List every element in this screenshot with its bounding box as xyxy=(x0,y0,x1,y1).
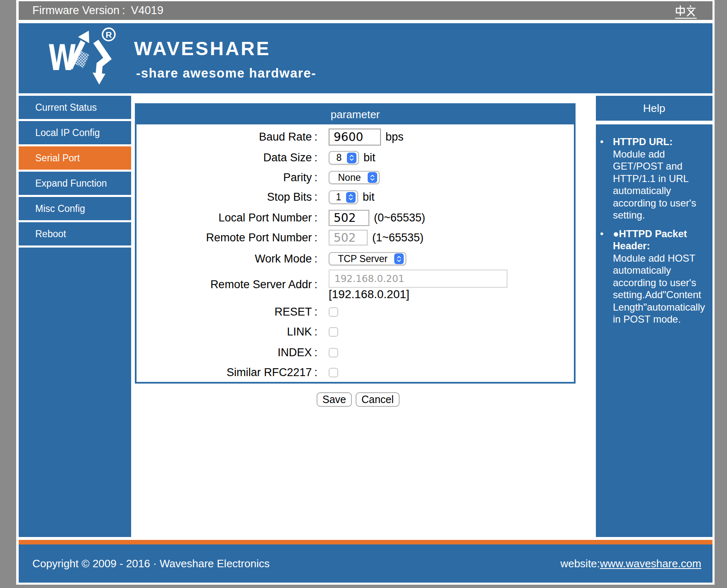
remote-server-addr-note: [192.168.0.201] xyxy=(329,289,410,300)
link-checkbox[interactable] xyxy=(329,327,338,337)
header-banner: W R WAVESHARE -share awesome hardware- xyxy=(19,23,712,93)
form-row-reset: RESET: xyxy=(137,306,574,318)
chevron-up-down-icon xyxy=(347,153,356,163)
reset-checkbox[interactable] xyxy=(329,307,338,317)
form-row-local-port: Local Port Number: (0~65535) xyxy=(137,210,574,226)
similar-rfc2217-checkbox[interactable] xyxy=(329,368,338,377)
index-checkbox[interactable] xyxy=(329,348,338,357)
save-button[interactable]: Save xyxy=(317,392,352,407)
index-label: INDEX: xyxy=(137,346,317,359)
bullet-icon: • xyxy=(600,136,603,148)
form-row-index: INDEX: xyxy=(137,346,574,359)
data-size-unit: bit xyxy=(364,151,376,164)
top-bar: Firmware Version: V4019 xyxy=(19,1,712,20)
cancel-button[interactable]: Cancel xyxy=(356,392,400,407)
bullet-icon: • xyxy=(600,228,603,240)
stop-bits-unit: bit xyxy=(363,191,375,204)
form-row-remote-server-addr: Remote Server Addr: [192.168.0.201] xyxy=(137,270,574,299)
baud-rate-label: Baud Rate: xyxy=(137,131,317,143)
sidebar-nav: Current Status Local IP Config Serial Po… xyxy=(19,96,131,537)
footer: Copyright © 2009 - 2016 · Waveshare Elec… xyxy=(19,544,712,583)
parameter-table-title: parameter xyxy=(137,105,574,124)
firmware-version-value: V4019 xyxy=(131,4,163,17)
remote-port-label: Remote Port Number: xyxy=(137,231,317,244)
remote-server-addr-input[interactable] xyxy=(329,270,507,288)
svg-text:W: W xyxy=(48,37,76,78)
baud-rate-input[interactable] xyxy=(329,129,381,146)
work-mode-label: Work Mode: xyxy=(137,253,317,265)
form-row-link: LINK: xyxy=(137,326,574,338)
sidebar-item-local-ip-config[interactable]: Local IP Config xyxy=(19,121,131,144)
chevron-up-down-icon xyxy=(368,172,377,183)
parity-label: Parity: xyxy=(137,171,317,184)
svg-text:R: R xyxy=(105,30,112,39)
stop-bits-select[interactable]: 1 xyxy=(329,190,358,204)
data-size-label: Data Size: xyxy=(137,151,317,164)
stop-bits-label: Stop Bits: xyxy=(137,191,317,204)
chinese-language-link[interactable] xyxy=(675,5,697,19)
help-item-httpd-packet-header: • ●HTTPD Packet Header: Module add HOST … xyxy=(596,228,707,326)
copyright-text: Copyright © 2009 - 2016 · Waveshare Elec… xyxy=(32,557,270,570)
brand-tagline: -share awesome hardware- xyxy=(136,67,316,80)
similar-rfc2217-label: Similar RFC2217: xyxy=(137,366,317,379)
baud-rate-unit: bps xyxy=(385,131,404,143)
chinese-characters-icon xyxy=(675,5,697,17)
chevron-up-down-icon xyxy=(346,192,356,203)
remote-server-addr-label: Remote Server Addr: xyxy=(137,278,317,291)
form-row-stop-bits: Stop Bits: 1 bit xyxy=(137,190,574,204)
firmware-version-label: Firmware Version: xyxy=(32,4,125,17)
sidebar-item-serial-port[interactable]: Serial Port xyxy=(19,146,131,170)
help-title: Help xyxy=(596,96,712,121)
website-link[interactable]: www.waveshare.com xyxy=(600,557,701,570)
waveshare-logo: W R xyxy=(41,23,124,92)
sidebar-item-current-status[interactable]: Current Status xyxy=(19,96,131,119)
local-port-range: (0~65535) xyxy=(374,211,425,224)
chevron-up-down-icon xyxy=(394,253,404,264)
sidebar-item-reboot[interactable]: Reboot xyxy=(19,222,131,245)
local-port-input[interactable] xyxy=(329,210,369,226)
brand-title: WAVESHARE xyxy=(134,39,271,58)
form-row-remote-port: Remote Port Number: (1~65535) xyxy=(137,230,574,245)
help-content: • HTTPD URL: Module add GET/POST and HTT… xyxy=(596,124,712,537)
data-size-select[interactable]: 8 xyxy=(329,151,359,165)
form-row-similar-rfc2217: Similar RFC2217: xyxy=(137,366,574,379)
remote-port-range: (1~65535) xyxy=(372,231,424,244)
help-item-httpd-url: • HTTPD URL: Module add GET/POST and HTT… xyxy=(596,136,707,221)
reset-label: RESET: xyxy=(137,306,317,318)
form-row-parity: Parity: None xyxy=(137,171,574,184)
local-port-label: Local Port Number: xyxy=(137,211,317,224)
sidebar-item-expand-function[interactable]: Expand Function xyxy=(19,172,131,195)
parity-select[interactable]: None xyxy=(329,171,380,184)
footer-accent-bar xyxy=(19,540,712,544)
help-sidebar: Help • HTTPD URL: Module add GET/POST an… xyxy=(596,96,712,537)
form-row-baud-rate: Baud Rate: bps xyxy=(137,129,574,146)
website-text: website:www.waveshare.com xyxy=(560,557,701,570)
link-label: LINK: xyxy=(137,326,317,338)
sidebar-filler xyxy=(19,248,131,537)
form-row-work-mode: Work Mode: TCP Server xyxy=(137,252,574,265)
work-mode-select[interactable]: TCP Server xyxy=(329,252,406,265)
parameter-table: parameter Baud Rate: bps Data Size: 8 bi… xyxy=(135,103,576,384)
form-buttons: Save Cancel xyxy=(317,392,400,407)
remote-port-input[interactable] xyxy=(329,230,368,245)
form-row-data-size: Data Size: 8 bit xyxy=(137,151,574,165)
sidebar-item-misc-config[interactable]: Misc Config xyxy=(19,197,131,220)
